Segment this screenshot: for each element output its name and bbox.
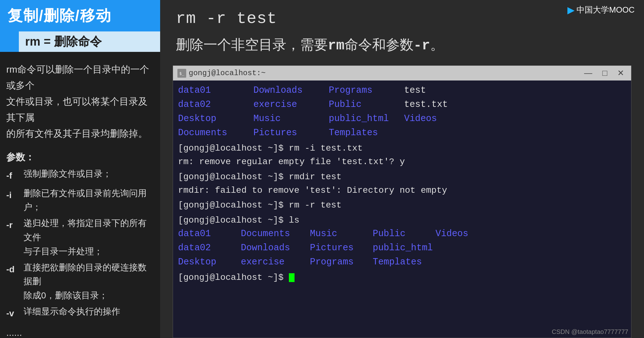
terminal-titlebar: $_ gongj@localhost:~ — □ ✕ <box>173 66 631 80</box>
prompt-rm-r: [gongj@localhost ~]$ rm -r test <box>178 198 626 212</box>
file-listing2-row-3: Desktop exercise Programs Templates <box>178 255 626 269</box>
params-title: 参数： <box>0 145 160 167</box>
param-f: -f 强制删除文件或目录； <box>6 167 154 185</box>
ellipsis: ...... <box>0 324 160 338</box>
prompt-ls: [gongj@localhost ~]$ ls <box>178 213 626 227</box>
mooc-logo: ▶ 中国大学MOOC <box>567 4 635 15</box>
cursor <box>289 273 295 282</box>
file-data01: data01 <box>178 84 253 98</box>
param-r: -r 递归处理，将指定目录下的所有文件与子目录一并处理； <box>6 216 154 258</box>
file-listing-row-3: Desktop Music public_html Videos <box>178 112 626 126</box>
file2-documents: Documents <box>241 227 310 241</box>
play-icon: ▶ <box>567 4 575 15</box>
subtitle: 删除一个非空目录，需要rm命令和参数-r。 <box>160 31 644 59</box>
flag-r: -r <box>6 216 24 234</box>
main-command: rm -r test <box>176 9 628 28</box>
close-button[interactable]: ✕ <box>615 68 627 79</box>
watermark: CSDN @taotaptao7777777 <box>552 328 628 335</box>
param-v: -v 详细显示命令执行的操作 <box>6 305 154 322</box>
param-i: -i 删除已有文件或目录前先询问用户； <box>6 186 154 215</box>
desc-line-1: rm命令可以删除一个目录中的一个或多个 <box>6 61 154 93</box>
prompt-rmdir: [gongj@localhost ~]$ rmdir test <box>178 170 626 184</box>
terminal-window: $_ gongj@localhost:~ — □ ✕ data01 Downlo… <box>173 65 631 338</box>
terminal-title-left: $_ gongj@localhost:~ <box>177 69 266 78</box>
file2-empty2 <box>436 255 498 269</box>
rm-label-row: rm = 删除命令 <box>0 31 160 52</box>
file2-videos: Videos <box>436 227 498 241</box>
file2-data02: data02 <box>178 241 241 255</box>
file-downloads: Downloads <box>253 84 329 98</box>
mono-flag: -r <box>414 38 430 53</box>
file2-data01: data01 <box>178 227 241 241</box>
file2-templates: Templates <box>373 255 436 269</box>
svg-text:$_: $_ <box>179 71 184 76</box>
file-public: Public <box>329 98 404 112</box>
desc-line-2: 文件或目录，也可以将某个目录及其下属 <box>6 93 154 125</box>
terminal-title-text: gongj@localhost:~ <box>189 69 266 77</box>
file-listing-row-4: Documents Pictures Templates <box>178 126 626 140</box>
page-title: 复制/删除/移动 <box>8 6 111 26</box>
file2-public: Public <box>373 227 436 241</box>
file-desktop: Desktop <box>178 112 253 126</box>
last-prompt-text: [gongj@localhost ~]$ <box>178 273 289 282</box>
terminal-body[interactable]: data01 Downloads Programs test data02 ex… <box>173 80 631 338</box>
flag-d: -d <box>6 261 24 278</box>
desc-i: 删除已有文件或目录前先询问用户； <box>24 186 154 215</box>
output-rmdir-fail: rmdir: failed to remove 'test': Director… <box>178 184 626 197</box>
param-list: -f 强制删除文件或目录； -i 删除已有文件或目录前先询问用户； -r 递归处… <box>0 167 160 324</box>
file-videos: Videos <box>404 112 479 126</box>
file2-downloads: Downloads <box>241 241 310 255</box>
desc-f: 强制删除文件或目录； <box>24 167 111 181</box>
file-templates: Templates <box>329 126 404 140</box>
right-panel: ▶ 中国大学MOOC rm -r test 删除一个非空目录，需要rm命令和参数… <box>160 0 644 338</box>
file-listing-row-1: data01 Downloads Programs test <box>178 84 626 98</box>
title-bar: 复制/删除/移动 <box>0 0 160 31</box>
rm-label-box: rm = 删除命令 <box>19 31 160 52</box>
desc-v: 详细显示命令执行的操作 <box>24 305 120 319</box>
file2-programs: Programs <box>310 255 373 269</box>
param-d: -d 直接把欲删除的目录的硬连接数据删除成0，删除该目录； <box>6 261 154 303</box>
terminal-controls[interactable]: — □ ✕ <box>582 68 627 79</box>
description: rm命令可以删除一个目录中的一个或多个 文件或目录，也可以将某个目录及其下属 的… <box>0 52 160 145</box>
maximize-button[interactable]: □ <box>600 68 610 79</box>
flag-i: -i <box>6 186 24 204</box>
file2-exercise: exercise <box>241 255 310 269</box>
rm-blue-accent <box>0 31 19 52</box>
file-listing2-row-1: data01 Documents Music Public Videos <box>178 227 626 241</box>
last-prompt: [gongj@localhost ~]$ <box>178 271 626 284</box>
minimize-button[interactable]: — <box>582 68 595 79</box>
terminal-app-icon: $_ <box>177 69 186 78</box>
file-programs: Programs <box>329 84 404 98</box>
terminal-svg-icon: $_ <box>178 70 185 77</box>
rm-label: rm = 删除命令 <box>25 34 102 50</box>
output-rm-confirm: rm: remove regular empty file 'test.txt'… <box>178 155 626 169</box>
mono-rm: rm <box>328 38 344 53</box>
file-music: Music <box>253 112 329 126</box>
file2-desktop: Desktop <box>178 255 241 269</box>
desc-line-3: 的所有文件及其子目录均删除掉。 <box>6 125 154 141</box>
file-exercise: exercise <box>253 98 329 112</box>
file-documents: Documents <box>178 126 253 140</box>
file2-public-html: public_html <box>373 241 436 255</box>
file2-pictures: Pictures <box>310 241 373 255</box>
file-public-html: public_html <box>329 112 404 126</box>
desc-d: 直接把欲删除的目录的硬连接数据删除成0，删除该目录； <box>24 261 154 303</box>
flag-f: -f <box>6 167 24 185</box>
file-empty <box>404 126 479 140</box>
file2-music: Music <box>310 227 373 241</box>
file-test: test <box>404 84 479 98</box>
prompt-rm-i: [gongj@localhost ~]$ rm -i test.txt <box>178 141 626 155</box>
left-panel: 复制/删除/移动 rm = 删除命令 rm命令可以删除一个目录中的一个或多个 文… <box>0 0 160 338</box>
file-listing2-row-2: data02 Downloads Pictures public_html <box>178 241 626 255</box>
file-data02: data02 <box>178 98 253 112</box>
flag-v: -v <box>6 305 24 322</box>
file-pictures: Pictures <box>253 126 329 140</box>
mooc-text: 中国大学MOOC <box>576 4 635 15</box>
file-listing-row-2: data02 exercise Public test.txt <box>178 98 626 112</box>
file2-empty <box>436 241 498 255</box>
file-testtxt: test.txt <box>404 98 479 112</box>
desc-r: 递归处理，将指定目录下的所有文件与子目录一并处理； <box>24 216 154 258</box>
